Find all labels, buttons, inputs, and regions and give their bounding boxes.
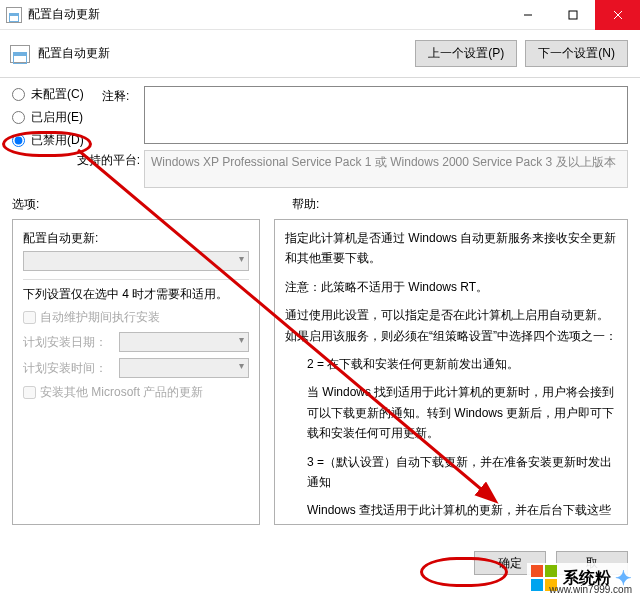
radio-not-configured-input[interactable]: [12, 88, 25, 101]
radio-enabled[interactable]: 已启用(E): [12, 109, 102, 126]
comment-input[interactable]: [144, 86, 628, 144]
help-label: 帮助:: [272, 196, 319, 213]
auto-maintenance-label: 自动维护期间执行安装: [40, 309, 160, 326]
configure-update-select[interactable]: [23, 251, 249, 271]
options-heading: 配置自动更新:: [23, 230, 249, 247]
app-icon: [6, 7, 22, 23]
radio-disabled[interactable]: 已禁用(D): [12, 132, 102, 149]
options-panel: 配置自动更新: 下列设置仅在选中 4 时才需要和适用。 自动维护期间执行安装 计…: [12, 219, 260, 525]
section-labels: 选项: 帮助:: [0, 192, 640, 213]
help-p4: 2 = 在下载和安装任何更新前发出通知。: [285, 354, 617, 374]
help-panel: 指定此计算机是否通过 Windows 自动更新服务来接收安全更新和其他重要下载。…: [274, 219, 628, 525]
svg-rect-0: [569, 11, 577, 19]
radio-disabled-input[interactable]: [12, 134, 25, 147]
policy-icon: [10, 45, 30, 63]
radio-enabled-input[interactable]: [12, 111, 25, 124]
watermark-url: www.win7999.com: [549, 584, 632, 595]
help-p5: 当 Windows 找到适用于此计算机的更新时，用户将会接到可以下载更新的通知。…: [285, 382, 617, 443]
plan-date-label: 计划安装日期：: [23, 334, 113, 351]
platform-text: Windows XP Professional Service Pack 1 或…: [144, 150, 628, 188]
other-ms-products-checkbox: [23, 386, 36, 399]
title-bar: 配置自动更新: [0, 0, 640, 30]
radio-enabled-label: 已启用(E): [31, 109, 83, 126]
other-ms-products-label: 安装其他 Microsoft 产品的更新: [40, 384, 203, 401]
plan-time-select[interactable]: [119, 358, 249, 378]
previous-setting-button[interactable]: 上一个设置(P): [415, 40, 517, 67]
help-p7: Windows 查找适用于此计算机的更新，并在后台下载这些更新（在此过程中，用户…: [285, 500, 617, 525]
close-button[interactable]: [595, 0, 640, 30]
plan-date-select[interactable]: [119, 332, 249, 352]
watermark: 系统粉 ✦ www.win7999.com: [527, 563, 636, 593]
help-p1: 指定此计算机是否通过 Windows 自动更新服务来接收安全更新和其他重要下载。: [285, 228, 617, 269]
next-setting-button[interactable]: 下一个设置(N): [525, 40, 628, 67]
platform-label: 支持的平台:: [72, 150, 144, 188]
window-title: 配置自动更新: [28, 6, 100, 23]
header: 配置自动更新 上一个设置(P) 下一个设置(N): [0, 30, 640, 78]
help-p2: 注意：此策略不适用于 Windows RT。: [285, 277, 617, 297]
page-title: 配置自动更新: [38, 45, 110, 62]
help-p6: 3 =（默认设置）自动下载更新，并在准备安装更新时发出通知: [285, 452, 617, 493]
radio-disabled-label: 已禁用(D): [31, 132, 84, 149]
maximize-button[interactable]: [550, 0, 595, 30]
options-label: 选项:: [12, 196, 272, 213]
minimize-button[interactable]: [505, 0, 550, 30]
options-note: 下列设置仅在选中 4 时才需要和适用。: [23, 286, 249, 303]
auto-maintenance-checkbox: [23, 311, 36, 324]
config-area: 未配置(C) 已启用(E) 已禁用(D) 注释: 支持的平台: Windows …: [0, 78, 640, 192]
help-p3: 通过使用此设置，可以指定是否在此计算机上启用自动更新。如果启用该服务，则必须在“…: [285, 305, 617, 346]
radio-not-configured-label: 未配置(C): [31, 86, 84, 103]
comment-label: 注释:: [102, 86, 144, 144]
plan-time-label: 计划安装时间：: [23, 360, 113, 377]
radio-not-configured[interactable]: 未配置(C): [12, 86, 102, 103]
